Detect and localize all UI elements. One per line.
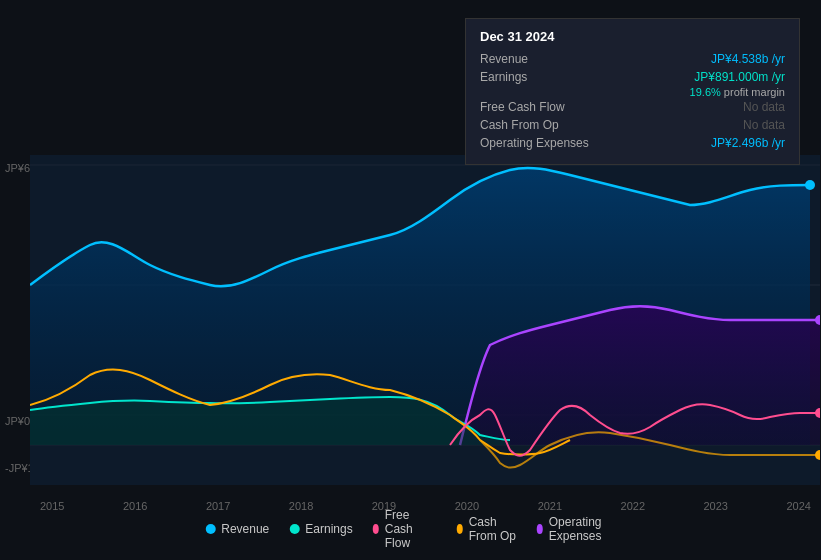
tooltip-cashfromop-value: No data (743, 118, 785, 132)
legend-opex-label: Operating Expenses (549, 515, 616, 543)
tooltip-cashfromop: Cash From Op No data (480, 118, 785, 132)
legend-fcf-dot (373, 524, 379, 534)
x-label-2023: 2023 (704, 500, 728, 512)
tooltip-fcf-value: No data (743, 100, 785, 114)
legend-earnings[interactable]: Earnings (289, 522, 352, 536)
x-label-2015: 2015 (40, 500, 64, 512)
tooltip-profit-margin: 19.6% profit margin (480, 86, 785, 98)
tooltip-opex: Operating Expenses JP¥2.496b /yr (480, 136, 785, 150)
tooltip-revenue-value: JP¥4.538b /yr (711, 52, 785, 66)
tooltip-earnings-value: JP¥891.000m /yr (694, 70, 785, 84)
chart-svg (30, 155, 820, 485)
legend-revenue-dot (205, 524, 215, 534)
y-axis-label-0: JP¥0 (5, 415, 30, 427)
svg-point-5 (805, 180, 815, 190)
legend-cashfromop-label: Cash From Op (469, 515, 517, 543)
legend-revenue-label: Revenue (221, 522, 269, 536)
tooltip-revenue: Revenue JP¥4.538b /yr (480, 52, 785, 66)
legend-fcf-label: Free Cash Flow (385, 508, 437, 550)
tooltip-earnings-label: Earnings (480, 70, 527, 84)
legend-opex[interactable]: Operating Expenses (537, 515, 616, 543)
legend-earnings-dot (289, 524, 299, 534)
legend-opex-dot (537, 524, 543, 534)
tooltip-fcf-label: Free Cash Flow (480, 100, 565, 114)
legend-cashfromop[interactable]: Cash From Op (457, 515, 517, 543)
tooltip-opex-label: Operating Expenses (480, 136, 589, 150)
legend-cashfromop-dot (457, 524, 463, 534)
x-label-2016: 2016 (123, 500, 147, 512)
tooltip-earnings: Earnings JP¥891.000m /yr (480, 70, 785, 84)
tooltip-cashfromop-label: Cash From Op (480, 118, 559, 132)
legend-revenue[interactable]: Revenue (205, 522, 269, 536)
chart-legend: Revenue Earnings Free Cash Flow Cash Fro… (205, 508, 616, 550)
x-label-2022: 2022 (621, 500, 645, 512)
legend-fcf[interactable]: Free Cash Flow (373, 508, 437, 550)
tooltip-fcf: Free Cash Flow No data (480, 100, 785, 114)
tooltip-panel: Dec 31 2024 Revenue JP¥4.538b /yr Earnin… (465, 18, 800, 165)
tooltip-revenue-label: Revenue (480, 52, 528, 66)
x-label-2024: 2024 (786, 500, 810, 512)
tooltip-opex-value: JP¥2.496b /yr (711, 136, 785, 150)
legend-earnings-label: Earnings (305, 522, 352, 536)
tooltip-date: Dec 31 2024 (480, 29, 785, 44)
